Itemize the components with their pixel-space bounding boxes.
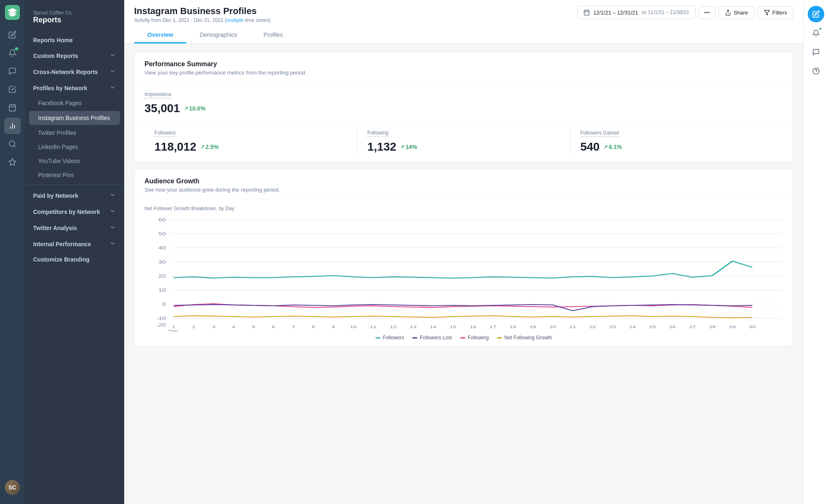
card-title: Performance Summary (144, 60, 783, 68)
right-notifications-icon[interactable] (808, 25, 824, 41)
analytics-icon[interactable] (4, 118, 21, 134)
svg-text:8: 8 (312, 325, 315, 329)
legend-purple-dot (412, 337, 417, 338)
up-arrow-icon: ↗ (184, 106, 188, 111)
sidebar-item-profiles-by-network[interactable]: Profiles by Network (25, 80, 124, 96)
sidebar-item-competitors-by-network[interactable]: Competitors by Network (25, 204, 124, 220)
sidebar-item-customize-branding[interactable]: Customize Branding (25, 252, 124, 267)
sidebar-sub-item-linkedin-pages[interactable]: LinkedIn Pages (25, 140, 124, 154)
legend-gold-dot (497, 337, 502, 338)
metrics-row: Followers 118,012 ↗ 2.5% Following 1,132 (135, 120, 793, 162)
date-range-button[interactable]: 12/1/21 – 12/31/21 vs 11/1/21 – 11/30/21 (577, 6, 696, 19)
chart-container: Net Follower Growth Breakdown, by Day (135, 199, 793, 346)
svg-text:26: 26 (669, 325, 676, 329)
tab-profiles[interactable]: Profiles (250, 27, 296, 43)
svg-text:30: 30 (749, 325, 756, 329)
svg-text:13: 13 (410, 325, 416, 329)
more-options-button[interactable]: ••• (699, 6, 715, 19)
timezone-link[interactable]: multiple (226, 17, 243, 23)
legend-net-following-growth: Net Following Growth (497, 335, 552, 341)
audience-growth-card: Audience Growth See how your audience gr… (134, 169, 793, 347)
compose-action-button[interactable] (808, 6, 824, 22)
listening-icon[interactable] (4, 136, 21, 152)
company-name: Sprout Coffee Co. (33, 10, 116, 16)
help-icon (812, 67, 820, 75)
svg-text:20: 20 (549, 325, 556, 329)
sidebar-sub-item-facebook-pages[interactable]: Facebook Pages (25, 96, 124, 110)
legend-followers-lost: Followers Lost (412, 335, 452, 341)
sidebar-sub-item-pinterest-pins[interactable]: Pinterest Pins (25, 168, 124, 182)
chat-icon (812, 48, 820, 56)
svg-text:29: 29 (729, 325, 736, 329)
svg-text:20: 20 (159, 274, 166, 278)
chevron-down-icon (109, 84, 116, 92)
svg-text:15: 15 (450, 325, 456, 329)
legend-followers: Followers (375, 335, 404, 341)
sidebar-item-paid-by-network[interactable]: Paid by Network (25, 187, 124, 204)
app-title: Reports (33, 16, 116, 24)
user-avatar[interactable]: SC (5, 480, 20, 495)
svg-text:19: 19 (530, 325, 536, 329)
chevron-down-icon (109, 52, 116, 60)
followers-line (174, 261, 752, 278)
svg-text:50: 50 (159, 232, 166, 236)
sidebar-item-internal-performance[interactable]: Internal Performance (25, 236, 124, 252)
legend-following: Following (460, 335, 489, 341)
tab-overview[interactable]: Overview (134, 27, 186, 43)
svg-text:16: 16 (469, 325, 476, 329)
following-metric: Following 1,132 ↗ 14% (357, 129, 570, 154)
compose-icon[interactable] (4, 26, 21, 43)
right-chat-icon[interactable] (808, 44, 824, 60)
impressions-label: Impressions (144, 91, 171, 98)
sidebar-item-label: Cross-Network Reports (33, 69, 98, 75)
sidebar-sub-item-instagram-business[interactable]: Instagram Business Profiles (29, 111, 120, 125)
following-change: ↗ 14% (400, 144, 417, 150)
content-area: Performance Summary View your key profil… (124, 43, 803, 504)
chart-area: 60 50 40 30 20 10 0 -10 -20 (144, 216, 783, 331)
chart-legend: Followers Followers Lost Following Net F… (144, 331, 783, 342)
page-title-area: Instagram Business Profiles Activity fro… (134, 6, 271, 23)
followers-gained-label: Followers Gained (580, 130, 619, 137)
sidebar-item-custom-reports[interactable]: Custom Reports (25, 48, 124, 64)
audience-growth-title: Audience Growth (144, 178, 783, 185)
followers-gained-metric: Followers Gained 540 ↗ 6.1% (570, 129, 783, 154)
star-icon[interactable] (4, 154, 21, 170)
svg-text:21: 21 (569, 325, 576, 329)
sidebar-sub-item-youtube-videos[interactable]: YouTube Videos (25, 154, 124, 168)
filters-button[interactable]: Filters (758, 6, 793, 19)
tasks-icon[interactable] (4, 81, 21, 98)
svg-text:40: 40 (159, 246, 166, 250)
svg-text:2: 2 (192, 325, 195, 329)
chevron-down-icon (109, 192, 116, 199)
date-range-text: 12/1/21 – 12/31/21 (593, 10, 638, 16)
share-button[interactable]: Share (719, 6, 754, 19)
followers-metric: Followers 118,012 ↗ 2.5% (144, 129, 357, 154)
net-following-growth-line (174, 316, 752, 318)
sidebar-item-reports-home[interactable]: Reports Home (25, 33, 124, 48)
followers-gained-change: ↗ 6.1% (604, 144, 622, 150)
app-logo[interactable] (5, 5, 20, 20)
brand-area: Sprout Coffee Co. Reports (25, 7, 124, 33)
svg-line-8 (14, 146, 16, 147)
tab-demographics[interactable]: Demographics (186, 27, 250, 43)
sidebar-item-cross-network[interactable]: Cross-Network Reports (25, 64, 124, 80)
svg-text:28: 28 (709, 325, 716, 329)
legend-teal-dot (375, 337, 380, 338)
sidebar-item-twitter-analysis[interactable]: Twitter Analysis (25, 220, 124, 236)
right-help-icon[interactable] (808, 63, 824, 79)
notifications-icon[interactable] (4, 45, 21, 61)
svg-text:1: 1 (172, 325, 176, 329)
publishing-icon[interactable] (4, 99, 21, 116)
sidebar-item-label: Paid by Network (33, 192, 78, 199)
followers-label: Followers (154, 130, 176, 137)
svg-text:4: 4 (232, 325, 235, 329)
svg-text:6: 6 (272, 325, 275, 329)
svg-text:23: 23 (609, 325, 616, 329)
sidebar-sub-item-twitter-profiles[interactable]: Twitter Profiles (25, 126, 124, 140)
up-arrow-icon: ↗ (400, 144, 404, 150)
ellipsis-icon: ••• (704, 10, 710, 16)
notification-badge (818, 27, 822, 31)
page-subtitle: Activity from Dec 1, 2021 - Dec 31, 2021… (134, 17, 271, 23)
card-subtitle: View your key profile performance metric… (144, 70, 783, 76)
messages-icon[interactable] (4, 63, 21, 79)
